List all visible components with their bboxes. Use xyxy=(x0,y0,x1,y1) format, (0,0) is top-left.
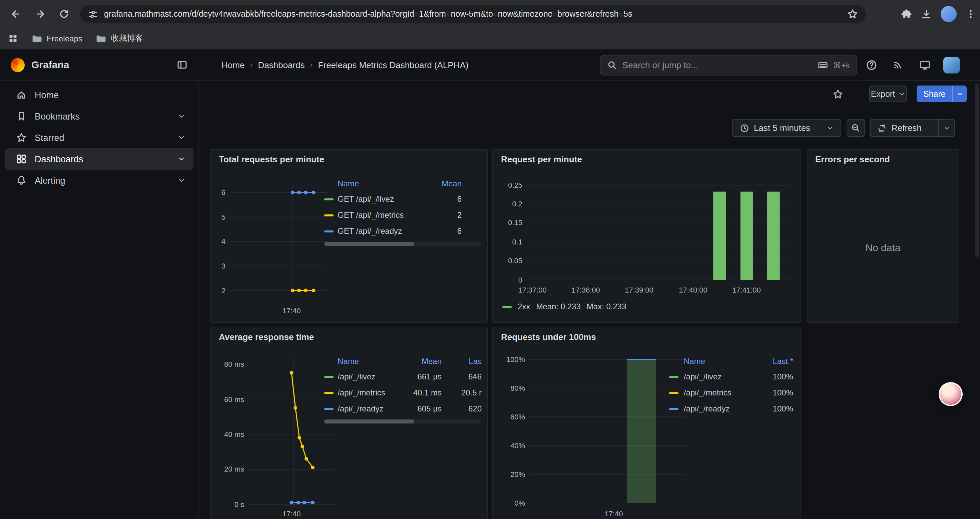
star-icon xyxy=(16,132,27,143)
chevron-down-icon xyxy=(957,91,963,97)
panel-title[interactable]: Total requests per minute xyxy=(219,154,324,164)
series-name[interactable]: /api/_/livez xyxy=(684,372,754,382)
sidebar-item-label: Bookmarks xyxy=(35,111,80,121)
apps-grid-icon[interactable] xyxy=(8,34,18,43)
floating-assistant-avatar[interactable] xyxy=(939,382,963,406)
legend-header-last[interactable]: Las xyxy=(442,357,482,366)
bell-icon xyxy=(16,175,27,186)
bar-chart[interactable] xyxy=(529,354,686,506)
panel-title[interactable]: Errors per second xyxy=(815,154,890,164)
refresh-button[interactable]: Refresh xyxy=(870,119,955,137)
browser-toolbar: grafana.mathmast.com/d/deytv4rwavabkb/fr… xyxy=(0,0,980,28)
kiosk-mode-button[interactable] xyxy=(916,57,932,73)
bookmark-item-blogs[interactable]: 收藏博客 xyxy=(96,33,143,44)
series-name[interactable]: /api/_/readyz xyxy=(684,404,754,414)
y-axis-tick: 80% xyxy=(493,383,525,393)
series-name[interactable]: /api/_/readyz xyxy=(337,404,399,414)
legend-hscrollbar[interactable] xyxy=(324,420,482,423)
legend-header-mean[interactable]: Mean xyxy=(421,179,461,188)
bookmark-item-freeleaps[interactable]: Freeleaps xyxy=(31,33,83,44)
search-input[interactable] xyxy=(622,60,813,70)
series-name[interactable]: /api/_/livez xyxy=(337,372,399,382)
series-name[interactable]: GET /api/_/readyz xyxy=(337,227,421,236)
favorite-star-button[interactable] xyxy=(829,86,846,102)
grafana-logo[interactable] xyxy=(11,58,25,72)
line-chart[interactable] xyxy=(248,357,335,508)
series-color-chip xyxy=(324,214,334,216)
sidebar-item-bookmarks[interactable]: Bookmarks xyxy=(5,105,194,127)
collapse-sidebar-button[interactable] xyxy=(173,56,191,73)
y-axis-tick: 0.25 xyxy=(493,180,522,190)
chevron-down-icon[interactable] xyxy=(177,176,185,184)
scrollbar-thumb[interactable] xyxy=(324,420,414,423)
sidebar-item-dashboards[interactable]: Dashboards xyxy=(5,148,194,170)
series-name[interactable]: GET /api/_/metrics xyxy=(337,211,421,220)
breadcrumb-separator: › xyxy=(310,60,313,69)
legend-header-name[interactable]: Name xyxy=(337,357,399,366)
help-button[interactable] xyxy=(863,57,879,73)
reload-button[interactable] xyxy=(55,5,73,23)
series-color-chip xyxy=(324,408,334,410)
panel-title[interactable]: Requests under 100ms xyxy=(501,332,596,342)
y-axis-tick: 0.05 xyxy=(493,256,522,265)
share-menu-button[interactable] xyxy=(953,86,967,102)
export-button[interactable]: Export xyxy=(869,86,907,102)
download-icon[interactable] xyxy=(921,8,932,20)
legend-header-name[interactable]: Name xyxy=(337,179,421,188)
legend-hscrollbar[interactable] xyxy=(324,242,482,246)
line-chart[interactable] xyxy=(231,184,328,297)
extensions-icon[interactable] xyxy=(900,8,912,20)
x-axis-tick: 17:41:00 xyxy=(729,285,764,295)
page-scrollbar[interactable] xyxy=(975,83,978,257)
browser-menu-icon[interactable] xyxy=(965,9,976,19)
panel-title[interactable]: Request per minute xyxy=(501,154,582,164)
breadcrumb-current: Freeleaps Metrics Dashboard (ALPHA) xyxy=(318,60,469,70)
bookmark-star-icon[interactable] xyxy=(847,9,858,19)
grafana-header: Grafana Home › Dashboards › Freeleaps Me… xyxy=(0,50,980,81)
breadcrumb-home[interactable]: Home xyxy=(221,60,245,70)
chevron-down-icon[interactable] xyxy=(177,155,185,163)
scrollbar-thumb[interactable] xyxy=(324,242,414,246)
chevron-down-icon[interactable] xyxy=(177,134,185,142)
legend-header-name[interactable]: Name xyxy=(684,357,754,366)
home-icon xyxy=(16,89,27,100)
series-color-chip xyxy=(502,306,512,308)
refresh-main-button[interactable]: Refresh xyxy=(870,119,938,137)
forward-icon xyxy=(35,9,45,19)
monitor-icon xyxy=(919,59,930,70)
bar-chart[interactable] xyxy=(527,178,793,280)
sidebar-item-alerting[interactable]: Alerting xyxy=(5,170,194,191)
url-bar[interactable]: grafana.mathmast.com/d/deytv4rwavabkb/fr… xyxy=(80,5,866,23)
breadcrumb-dashboards[interactable]: Dashboards xyxy=(258,60,305,70)
legend-header-last[interactable]: Last * xyxy=(754,357,793,366)
series-name[interactable]: /api/_/metrics xyxy=(337,388,399,398)
forward-button[interactable] xyxy=(31,5,49,23)
series-name[interactable]: /api/_/metrics xyxy=(684,388,754,398)
zoom-out-button[interactable] xyxy=(846,119,865,137)
sidebar-item-home[interactable]: Home xyxy=(5,84,194,105)
legend-header-mean[interactable]: Mean xyxy=(399,357,442,366)
back-button[interactable] xyxy=(7,5,25,23)
share-button[interactable]: Share xyxy=(916,86,967,102)
zoom-out-icon xyxy=(851,123,861,133)
search-box[interactable]: ⌘+k xyxy=(600,55,857,75)
series-max: Max: 0.233 xyxy=(587,302,627,311)
y-axis-tick: 40% xyxy=(493,441,525,450)
sidebar-item-starred[interactable]: Starred xyxy=(5,127,194,148)
series-name[interactable]: GET /api/_/livez xyxy=(337,194,421,204)
refresh-interval-button[interactable] xyxy=(939,119,954,137)
news-button[interactable] xyxy=(890,57,906,73)
browser-profile-avatar[interactable] xyxy=(941,6,957,22)
legend-table: Name Mean GET /api/_/livez 6 GET /api/_/… xyxy=(324,176,482,239)
chevron-down-icon[interactable] xyxy=(177,112,185,120)
legend-row: /api/_/readyz 100% xyxy=(669,401,793,417)
site-settings-icon[interactable] xyxy=(88,9,98,19)
panel-title[interactable]: Average response time xyxy=(219,332,314,342)
time-range-picker[interactable]: Last 5 minutes xyxy=(732,119,841,137)
y-axis-tick: 0.2 xyxy=(493,199,522,208)
y-axis-tick: 60% xyxy=(493,412,525,422)
series-last: 20.5 r xyxy=(442,388,482,398)
user-avatar[interactable] xyxy=(943,57,960,73)
series-name[interactable]: 2xx xyxy=(518,302,530,311)
sidebar-item-label: Home xyxy=(35,90,59,100)
